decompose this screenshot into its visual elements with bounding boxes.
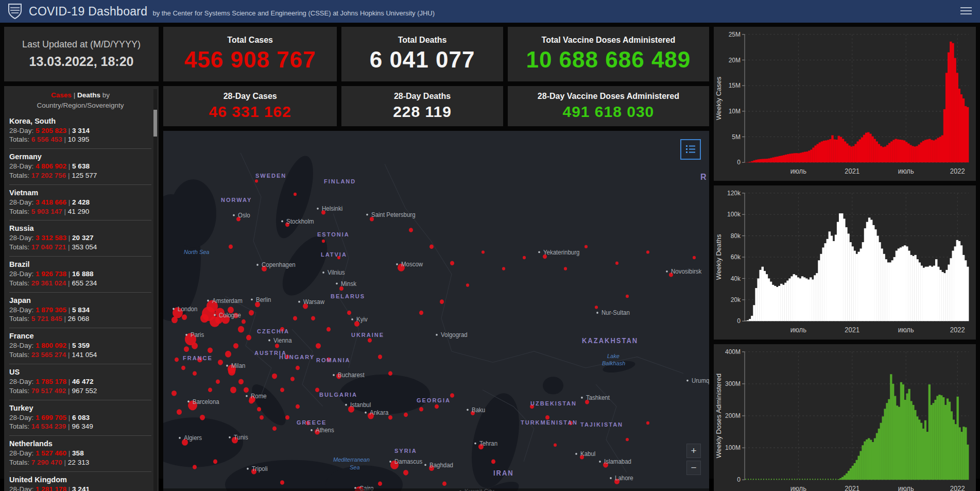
bar [885, 259, 887, 321]
bar [835, 235, 837, 321]
bar [831, 236, 833, 321]
list-item[interactable]: US28-Day: 1 785 178 | 46 472Totals: 79 5… [9, 364, 151, 400]
legend-button[interactable] [680, 139, 701, 160]
bar [786, 281, 788, 321]
city-label: Copenhagen [262, 261, 296, 268]
city-dot [424, 464, 426, 466]
bar [829, 232, 831, 321]
country-scrollbar-track[interactable] [153, 89, 157, 491]
map-canvas[interactable]: OsloHelsinkiSaint PetersburgStockholmMos… [163, 131, 709, 491]
bar [916, 146, 918, 162]
case-bubble [491, 460, 495, 464]
menu-icon[interactable] [960, 7, 972, 16]
bar [933, 141, 935, 163]
list-item[interactable]: Russia28-Day: 3 312 583 | 20 327Totals: … [9, 221, 151, 257]
weekly-deaths-chart[interactable]: 020k40k60k80k100k120kиюль2021июль2022Wee… [714, 185, 976, 340]
total-cases-card: Total Cases 456 908 767 [163, 27, 337, 81]
list-item[interactable]: Japan28-Day: 1 879 305 | 5 834Totals: 5 … [9, 293, 151, 329]
bar [762, 267, 764, 321]
case-bubble [595, 306, 598, 309]
bar [833, 140, 836, 163]
bar [852, 146, 855, 162]
bar [853, 251, 855, 321]
list-item[interactable]: Korea, South28-Day: 5 205 823 | 3 314Tot… [9, 113, 151, 149]
bar [956, 240, 958, 321]
bar [916, 259, 918, 321]
center-column: Total Cases 456 908 767 Total Deaths 6 0… [163, 27, 709, 491]
bar [823, 141, 826, 162]
country-label: LATVIA [321, 251, 347, 258]
city-label: Kabul [580, 450, 595, 458]
bar [950, 258, 952, 321]
28day-row: 28-Day Cases 46 331 162 28-Day Deaths 22… [163, 86, 709, 126]
weekly-cases-chart[interactable]: 05M10M15M20M25Mиюль2021июль2022Weekly Ca… [714, 27, 976, 181]
country-label: GEORGIA [417, 397, 451, 403]
bar [900, 382, 902, 480]
bar [883, 254, 885, 321]
weekly-doses-chart[interactable]: 0100M200M300M400Mиюль2021июль2022Weekly … [714, 344, 976, 491]
zoom-out-button[interactable]: − [686, 461, 701, 475]
bar [755, 160, 758, 162]
bar [779, 156, 781, 162]
country-panel: Cases | Deaths by Country/Region/Soverei… [4, 86, 159, 491]
bar [874, 438, 876, 480]
list-item[interactable]: Netherlands28-Day: 1 527 460 | 358Totals… [9, 436, 151, 472]
bar [924, 140, 927, 163]
city-label: Volgograd [441, 331, 468, 338]
last-updated-panel: Last Updated at (M/D/YYYY) 13.03.2022, 1… [4, 27, 159, 81]
bar [929, 385, 931, 480]
case-bubble [192, 343, 198, 349]
case-bubble [208, 388, 212, 393]
bar [757, 279, 759, 321]
list-item[interactable]: Brazil28-Day: 1 926 738 | 16 888Totals: … [9, 257, 151, 293]
bar [891, 260, 893, 321]
list-item[interactable]: Turkey28-Day: 1 699 705 | 6 083Totals: 1… [9, 400, 151, 436]
jhu-logo [7, 3, 23, 20]
bar [785, 155, 787, 162]
bar [914, 410, 916, 480]
chart-canvas: 05M10M15M20M25Mиюль2021июль2022Weekly Ca… [714, 27, 976, 181]
country-label: FINLAND [324, 178, 356, 184]
bar [956, 73, 958, 162]
bar [945, 270, 948, 321]
list-item[interactable]: France28-Day: 1 800 092 | 5 359Totals: 2… [9, 328, 151, 364]
bar [881, 249, 883, 321]
bar [956, 397, 958, 480]
zoom-in-button[interactable]: + [686, 444, 701, 458]
bar [747, 320, 749, 321]
case-bubble [326, 327, 331, 332]
city-label: Tashkent [586, 394, 610, 401]
country-name: Brazil [9, 260, 151, 268]
case-bubble [322, 240, 325, 243]
city-dot [581, 397, 583, 399]
page-subtitle: by the Center for Systems Science and En… [152, 6, 435, 17]
list-item[interactable]: Vietnam28-Day: 3 418 666 | 2 428Totals: … [9, 185, 151, 221]
y-tick-label: 15M [729, 82, 741, 89]
city-dot [389, 461, 391, 463]
country-label: HUNGARY [279, 354, 315, 360]
x-tick-label: июль [898, 167, 914, 175]
bar [774, 286, 776, 321]
bar [872, 442, 874, 480]
country-totals-line: Totals: 6 556 453 | 10 395 [9, 135, 151, 144]
city-dot [351, 318, 353, 320]
bar [860, 249, 862, 321]
bar [955, 425, 957, 480]
bar [926, 432, 929, 480]
country-28day-line: 28-Day: 1 527 460 | 358 [9, 449, 151, 458]
city-dot [436, 334, 438, 336]
case-bubble [693, 256, 696, 259]
case-bubble [584, 245, 588, 248]
list-item[interactable]: United Kingdom28-Day: 1 281 178 | 3 241 [9, 472, 151, 491]
list-item[interactable]: Germany28-Day: 4 806 902 | 5 638Totals: … [9, 149, 151, 185]
country-scrollbar-thumb[interactable] [153, 110, 157, 137]
y-tick-label: 25M [729, 31, 741, 38]
bar [790, 276, 793, 321]
bar [932, 403, 934, 480]
city-dot [298, 301, 300, 303]
bar [859, 140, 862, 163]
bar [795, 275, 797, 321]
bar [954, 58, 956, 163]
map-panel[interactable]: OsloHelsinkiSaint PetersburgStockholmMos… [163, 131, 709, 491]
bar [899, 140, 902, 162]
